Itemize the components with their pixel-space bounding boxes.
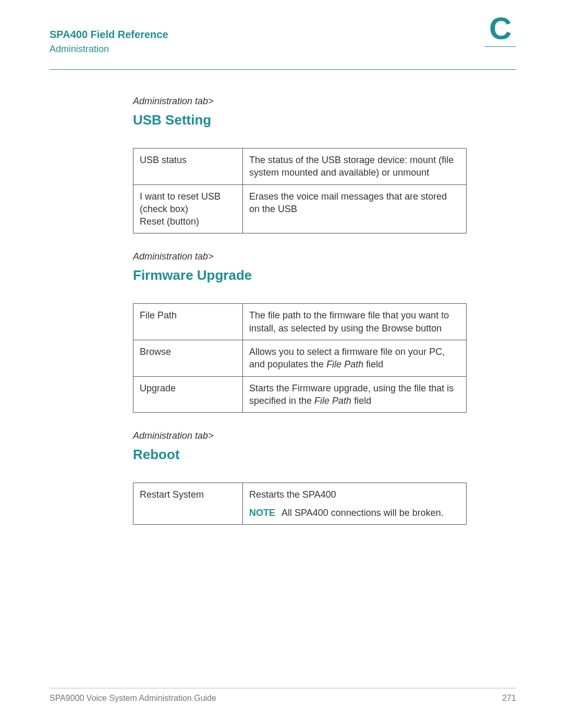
field-name: Upgrade (133, 376, 243, 413)
table-row: File PathThe file path to the firmware f… (133, 304, 467, 340)
field-name: Restart System (133, 483, 243, 525)
field-description: Starts the Firmware upgrade, using the f… (243, 376, 467, 413)
table-row: I want to reset USB (check box)Reset (bu… (133, 184, 467, 233)
field-description: The status of the USB storage device: mo… (243, 149, 467, 185)
table-row: BrowseAllows you to select a firmware fi… (133, 340, 467, 377)
field-table: USB statusThe status of the USB storage … (133, 148, 467, 233)
page-header: SPA400 Field Reference Administration C (50, 29, 516, 81)
footer-rule (50, 688, 516, 688)
field-name: Browse (133, 340, 243, 377)
footer-doc-title: SPA9000 Voice System Administration Guid… (50, 694, 216, 703)
page-content: Administration tab>USB SettingUSB status… (50, 81, 516, 542)
doc-section-subtitle: Administration (50, 44, 516, 55)
field-description: The file path to the firmware file that … (243, 304, 467, 340)
field-description: Erases the voice mail messages that are … (243, 184, 467, 233)
tab-breadcrumb: Administration tab> (133, 251, 516, 262)
table-row: USB statusThe status of the USB storage … (133, 149, 467, 185)
tab-breadcrumb: Administration tab> (133, 430, 516, 441)
tab-breadcrumb: Administration tab> (133, 96, 516, 107)
field-name: I want to reset USB (check box)Reset (bu… (133, 184, 243, 233)
page-footer: SPA9000 Voice System Administration Guid… (50, 688, 516, 703)
appendix-letter: C (485, 13, 516, 44)
table-row: UpgradeStarts the Firmware upgrade, usin… (133, 376, 467, 413)
field-table: File PathThe file path to the firmware f… (133, 303, 467, 413)
field-table: Restart SystemRestarts the SPA400NOTEAll… (133, 483, 467, 525)
section-heading: Firmware Upgrade (133, 267, 516, 283)
header-rule (50, 69, 516, 70)
footer-page-number: 271 (502, 694, 516, 703)
field-name: USB status (133, 149, 243, 185)
section-heading: USB Setting (133, 112, 516, 128)
table-row: Restart SystemRestarts the SPA400NOTEAll… (133, 483, 467, 525)
field-name: File Path (133, 304, 243, 340)
doc-section-title: SPA400 Field Reference (50, 29, 516, 41)
field-description: Restarts the SPA400NOTEAll SPA400 connec… (243, 483, 467, 525)
field-description: Allows you to select a firmware file on … (243, 340, 467, 377)
section-heading: Reboot (133, 447, 516, 463)
appendix-letter-box: C (485, 13, 516, 47)
appendix-letter-rule (485, 46, 516, 47)
